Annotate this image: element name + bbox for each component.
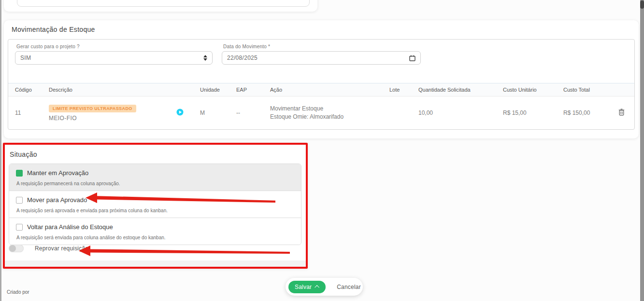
- row-custo-unitario: R$ 15,00: [503, 109, 563, 116]
- table-row: 11 LIMITE PREVISTO ULTRAPASSADO MEIO-FIO…: [8, 97, 634, 129]
- row-codigo: 11: [8, 109, 49, 116]
- situacao-title: Situação: [10, 150, 37, 158]
- row-quantidade: 10,00: [418, 109, 503, 116]
- checkbox-icon[interactable]: [16, 197, 23, 204]
- scrollbar-thumb[interactable]: [640, 0, 644, 9]
- top-partial-card: [4, 0, 317, 12]
- save-button-label: Salvar: [295, 284, 312, 290]
- vertical-scrollbar[interactable]: [640, 0, 644, 301]
- generate-cost-value: SIM: [20, 55, 31, 61]
- row-custo-total: R$ 150,00: [563, 109, 616, 116]
- toggle-knob: [9, 245, 16, 252]
- reprovar-toggle[interactable]: [9, 245, 24, 252]
- col-header-codigo: Código: [8, 87, 49, 93]
- col-header-custo-total: Custo Total: [563, 87, 616, 93]
- option-label: Manter em Aprovação: [27, 169, 88, 177]
- option-description: A requisição será enviada para coluna an…: [16, 235, 294, 240]
- calendar-icon[interactable]: [409, 55, 415, 61]
- save-button[interactable]: Salvar: [288, 281, 326, 293]
- updown-arrows-icon: [203, 55, 207, 61]
- row-acao-line1: Movimentar Estoque: [270, 105, 389, 113]
- section-title: Movimentação de Estoque: [12, 26, 95, 33]
- action-bar: Salvar Cancelar: [286, 278, 363, 296]
- left-edge-divider: [0, 0, 1, 301]
- movement-date-input[interactable]: 22/08/2025: [222, 51, 421, 65]
- row-unidade: M: [200, 109, 236, 116]
- col-header-acao: Ação: [270, 86, 389, 94]
- option-description: A requisição permanecerá na coluna aprov…: [16, 181, 294, 186]
- col-header-unidade: Unidade: [200, 87, 236, 93]
- row-expand-cell: [163, 109, 200, 117]
- generate-cost-label: Gerar custo para o projeto ?: [16, 44, 213, 49]
- option-voltar-para-analise[interactable]: Voltar para Análise do Estoque A requisi…: [9, 218, 301, 245]
- option-manter-em-aprovacao[interactable]: Manter em Aprovação A requisição permane…: [9, 164, 301, 191]
- movement-date-label: Data do Movimento *: [223, 44, 421, 49]
- movement-date-field: Data do Movimento * 22/08/2025: [222, 44, 421, 65]
- reprovar-toggle-row: Reprovar requisição: [9, 245, 88, 252]
- col-header-eap: EAP: [236, 87, 270, 93]
- generate-cost-select[interactable]: SIM: [15, 51, 213, 65]
- trash-icon[interactable]: [618, 109, 625, 116]
- situacao-section: Situação Manter em Aprovação A requisiçã…: [3, 143, 308, 269]
- row-descricao: LIMITE PREVISTO ULTRAPASSADO MEIO-FIO: [49, 105, 163, 122]
- option-label: Mover para Aprovado: [27, 196, 87, 204]
- reprovar-toggle-label: Reprovar requisição: [35, 245, 88, 252]
- option-description: A requisição será aprovada e enviada par…: [16, 208, 294, 213]
- top-text-input[interactable]: [17, 0, 310, 7]
- situacao-footer-strip: [5, 260, 306, 267]
- option-mover-para-aprovado[interactable]: Mover para Aprovado A requisição será ap…: [9, 191, 301, 218]
- col-header-custo-unitario: Custo Unitário: [503, 87, 563, 93]
- movement-form-box: Gerar custo para o projeto ? SIM Data do…: [8, 39, 635, 130]
- situacao-options: Manter em Aprovação A requisição permane…: [9, 164, 301, 245]
- cancel-button[interactable]: Cancelar: [334, 283, 364, 291]
- items-table-header: Código Descrição Unidade EAP Ação Lote Q…: [8, 83, 634, 96]
- play-circle-icon[interactable]: [176, 109, 184, 116]
- option-label: Voltar para Análise do Estoque: [27, 223, 113, 231]
- row-delete-cell: [616, 109, 634, 117]
- col-header-quantidade: Quantidade Solicitada: [418, 87, 503, 93]
- limit-exceeded-badge: LIMITE PREVISTO ULTRAPASSADO: [49, 105, 136, 112]
- movement-date-value: 22/08/2025: [227, 55, 258, 61]
- created-by-label: Criado por: [7, 289, 29, 295]
- row-eap: --: [236, 109, 270, 116]
- checkbox-icon[interactable]: [16, 224, 23, 231]
- col-header-lote: Lote: [389, 87, 418, 93]
- item-name: MEIO-FIO: [49, 115, 163, 122]
- movement-section: Movimentação de Estoque Gerar custo para…: [4, 20, 639, 138]
- generate-cost-field: Gerar custo para o projeto ? SIM: [15, 44, 213, 65]
- chevron-up-icon: [315, 285, 319, 290]
- checkbox-checked-icon[interactable]: [16, 170, 23, 177]
- col-header-descricao: Descrição: [49, 87, 163, 93]
- row-acao: Movimentar Estoque Estoque Omie: Almoxar…: [270, 105, 389, 121]
- row-acao-line2: Estoque Omie: Almoxarifado: [270, 113, 389, 121]
